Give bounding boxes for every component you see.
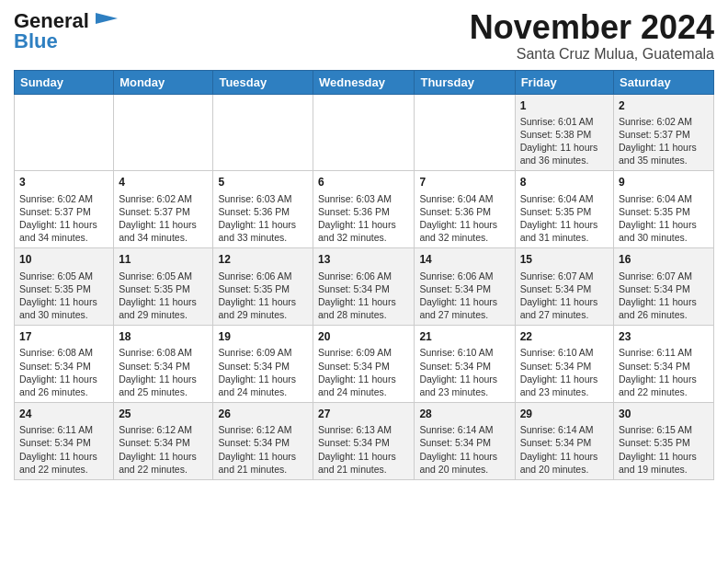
week-row-4: 24Sunrise: 6:11 AMSunset: 5:34 PMDayligh… — [15, 403, 714, 480]
calendar-table: SundayMondayTuesdayWednesdayThursdayFrid… — [14, 70, 714, 480]
cell-text: Daylight: 11 hours and 34 minutes. — [19, 218, 108, 244]
day-number: 6 — [318, 175, 409, 190]
cell-text: Sunset: 5:34 PM — [520, 282, 609, 295]
day-number: 18 — [119, 329, 208, 344]
cell-text: Sunset: 5:34 PM — [218, 360, 308, 373]
cell-text: Sunrise: 6:02 AM — [19, 192, 108, 205]
weekday-header-monday: Monday — [114, 70, 213, 94]
cell-text: Daylight: 11 hours and 25 minutes. — [119, 373, 208, 398]
cell-text: Sunrise: 6:14 AM — [419, 423, 509, 436]
cell-text: Sunset: 5:34 PM — [619, 360, 709, 373]
location-title: Santa Cruz Mulua, Guatemala — [470, 46, 714, 63]
header: General Blue November 2024 Santa Cruz Mu… — [14, 9, 714, 63]
cell-text: Daylight: 11 hours and 19 minutes. — [619, 450, 709, 476]
day-number: 8 — [520, 175, 609, 190]
cell-text: Sunrise: 6:15 AM — [619, 423, 709, 436]
page: General Blue November 2024 Santa Cruz Mu… — [0, 0, 728, 489]
calendar-cell-2-3: 13Sunrise: 6:06 AMSunset: 5:34 PMDayligh… — [313, 248, 415, 326]
cell-text: Sunset: 5:37 PM — [619, 128, 709, 141]
logo: General Blue — [14, 9, 118, 53]
cell-text: Daylight: 11 hours and 26 minutes. — [19, 373, 108, 398]
cell-text: Sunrise: 6:10 AM — [520, 346, 609, 359]
cell-text: Daylight: 11 hours and 29 minutes. — [218, 295, 308, 321]
day-number: 28 — [419, 407, 509, 421]
calendar-cell-3-2: 19Sunrise: 6:09 AMSunset: 5:34 PMDayligh… — [213, 326, 313, 403]
cell-text: Sunrise: 6:12 AM — [119, 423, 208, 436]
cell-text: Daylight: 11 hours and 23 minutes. — [419, 373, 509, 398]
day-number: 24 — [19, 407, 108, 421]
cell-text: Sunset: 5:34 PM — [19, 436, 108, 449]
calendar-cell-2-5: 15Sunrise: 6:07 AMSunset: 5:34 PMDayligh… — [515, 248, 613, 326]
cell-text: Sunset: 5:35 PM — [119, 282, 208, 295]
day-number: 26 — [218, 407, 308, 421]
day-number: 16 — [619, 252, 709, 267]
cell-text: Sunrise: 6:05 AM — [19, 270, 108, 282]
cell-text: Sunrise: 6:08 AM — [119, 346, 208, 359]
calendar-cell-3-0: 17Sunrise: 6:08 AMSunset: 5:34 PMDayligh… — [15, 326, 114, 403]
cell-text: Daylight: 11 hours and 33 minutes. — [218, 218, 308, 244]
calendar-cell-3-4: 21Sunrise: 6:10 AMSunset: 5:34 PMDayligh… — [415, 326, 515, 403]
cell-text: Sunrise: 6:11 AM — [19, 423, 108, 436]
cell-text: Sunset: 5:35 PM — [619, 205, 709, 218]
cell-text: Sunset: 5:34 PM — [318, 360, 409, 373]
cell-text: Sunset: 5:34 PM — [419, 282, 509, 295]
calendar-cell-1-3: 6Sunrise: 6:03 AMSunset: 5:36 PMDaylight… — [313, 171, 415, 248]
calendar-cell-0-0 — [15, 94, 114, 171]
day-number: 23 — [619, 329, 709, 344]
weekday-header-sunday: Sunday — [15, 70, 114, 94]
calendar-cell-4-5: 29Sunrise: 6:14 AMSunset: 5:34 PMDayligh… — [515, 403, 613, 480]
cell-text: Daylight: 11 hours and 20 minutes. — [419, 450, 509, 476]
calendar-cell-3-6: 23Sunrise: 6:11 AMSunset: 5:34 PMDayligh… — [614, 326, 714, 403]
cell-text: Sunset: 5:35 PM — [619, 436, 709, 449]
cell-text: Sunrise: 6:04 AM — [520, 192, 609, 205]
cell-text: Daylight: 11 hours and 22 minutes. — [119, 450, 208, 476]
calendar-cell-4-2: 26Sunrise: 6:12 AMSunset: 5:34 PMDayligh… — [213, 403, 313, 480]
cell-text: Sunrise: 6:10 AM — [419, 346, 509, 359]
cell-text: Sunset: 5:38 PM — [520, 128, 609, 141]
week-row-1: 3Sunrise: 6:02 AMSunset: 5:37 PMDaylight… — [15, 171, 714, 248]
cell-text: Sunrise: 6:06 AM — [318, 270, 409, 282]
cell-text: Daylight: 11 hours and 30 minutes. — [19, 295, 108, 321]
weekday-header-saturday: Saturday — [614, 70, 714, 94]
cell-text: Sunrise: 6:04 AM — [419, 192, 509, 205]
cell-text: Sunset: 5:35 PM — [218, 282, 308, 295]
day-number: 21 — [419, 329, 509, 344]
cell-text: Sunset: 5:34 PM — [619, 282, 709, 295]
cell-text: Sunset: 5:36 PM — [318, 205, 409, 218]
day-number: 9 — [619, 175, 709, 190]
cell-text: Sunrise: 6:03 AM — [318, 192, 409, 205]
calendar-cell-4-6: 30Sunrise: 6:15 AMSunset: 5:35 PMDayligh… — [614, 403, 714, 480]
calendar-cell-0-4 — [415, 94, 515, 171]
day-number: 15 — [520, 252, 609, 267]
calendar-cell-0-1 — [114, 94, 213, 171]
weekday-header-wednesday: Wednesday — [313, 70, 415, 94]
calendar-cell-1-6: 9Sunrise: 6:04 AMSunset: 5:35 PMDaylight… — [614, 171, 714, 248]
cell-text: Sunrise: 6:01 AM — [520, 115, 609, 128]
cell-text: Daylight: 11 hours and 23 minutes. — [520, 373, 609, 398]
cell-text: Sunset: 5:34 PM — [520, 360, 609, 373]
day-number: 19 — [218, 329, 308, 344]
cell-text: Sunrise: 6:07 AM — [619, 270, 709, 282]
cell-text: Sunrise: 6:13 AM — [318, 423, 409, 436]
cell-text: Sunset: 5:36 PM — [419, 205, 509, 218]
cell-text: Sunrise: 6:07 AM — [520, 270, 609, 282]
day-number: 14 — [419, 252, 509, 267]
cell-text: Sunset: 5:37 PM — [119, 205, 208, 218]
cell-text: Sunset: 5:34 PM — [218, 436, 308, 449]
calendar-cell-2-4: 14Sunrise: 6:06 AMSunset: 5:34 PMDayligh… — [415, 248, 515, 326]
cell-text: Sunset: 5:34 PM — [119, 360, 208, 373]
calendar-cell-0-3 — [313, 94, 415, 171]
cell-text: Sunset: 5:34 PM — [419, 436, 509, 449]
logo-blue: Blue — [14, 29, 58, 53]
calendar-cell-4-4: 28Sunrise: 6:14 AMSunset: 5:34 PMDayligh… — [415, 403, 515, 480]
calendar-cell-2-0: 10Sunrise: 6:05 AMSunset: 5:35 PMDayligh… — [15, 248, 114, 326]
calendar-cell-2-1: 11Sunrise: 6:05 AMSunset: 5:35 PMDayligh… — [114, 248, 213, 326]
title-block: November 2024 Santa Cruz Mulua, Guatemal… — [470, 9, 714, 63]
calendar-cell-0-2 — [213, 94, 313, 171]
cell-text: Sunset: 5:34 PM — [419, 360, 509, 373]
day-number: 25 — [119, 407, 208, 421]
calendar-cell-1-4: 7Sunrise: 6:04 AMSunset: 5:36 PMDaylight… — [415, 171, 515, 248]
cell-text: Daylight: 11 hours and 32 minutes. — [419, 218, 509, 244]
cell-text: Daylight: 11 hours and 27 minutes. — [419, 295, 509, 321]
day-number: 20 — [318, 329, 409, 344]
